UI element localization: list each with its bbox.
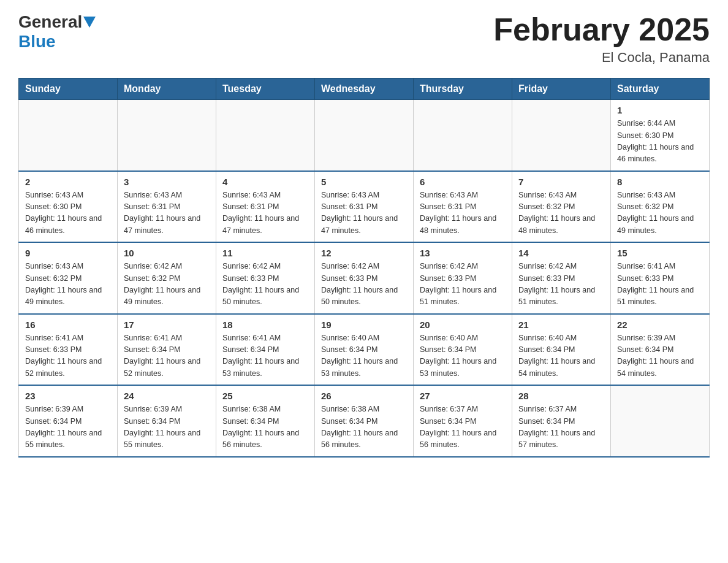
day-cell xyxy=(512,100,611,171)
day-cell: 11Sunrise: 6:42 AM Sunset: 6:33 PM Dayli… xyxy=(216,242,315,314)
page-header: General Blue February 2025 El Cocla, Pan… xyxy=(18,12,710,66)
day-info: Sunrise: 6:42 AM Sunset: 6:33 PM Dayligh… xyxy=(321,261,407,308)
header-cell-tuesday: Tuesday xyxy=(216,79,315,100)
day-cell: 4Sunrise: 6:43 AM Sunset: 6:31 PM Daylig… xyxy=(216,171,315,243)
day-cell: 7Sunrise: 6:43 AM Sunset: 6:32 PM Daylig… xyxy=(512,171,611,243)
logo-general-text: General xyxy=(18,12,82,32)
day-info: Sunrise: 6:40 AM Sunset: 6:34 PM Dayligh… xyxy=(321,332,407,380)
week-row: 23Sunrise: 6:39 AM Sunset: 6:34 PM Dayli… xyxy=(19,385,710,457)
day-cell: 6Sunrise: 6:43 AM Sunset: 6:31 PM Daylig… xyxy=(414,171,512,243)
day-cell: 9Sunrise: 6:43 AM Sunset: 6:32 PM Daylig… xyxy=(19,242,118,314)
header-cell-sunday: Sunday xyxy=(19,79,118,100)
day-number: 8 xyxy=(617,177,703,187)
day-info: Sunrise: 6:41 AM Sunset: 6:33 PM Dayligh… xyxy=(25,332,111,380)
week-row: 1Sunrise: 6:44 AM Sunset: 6:30 PM Daylig… xyxy=(19,100,710,171)
day-number: 9 xyxy=(25,248,111,258)
day-info: Sunrise: 6:42 AM Sunset: 6:33 PM Dayligh… xyxy=(420,261,506,308)
day-info: Sunrise: 6:37 AM Sunset: 6:34 PM Dayligh… xyxy=(420,404,506,451)
day-cell xyxy=(414,100,512,171)
day-cell: 16Sunrise: 6:41 AM Sunset: 6:33 PM Dayli… xyxy=(19,314,118,386)
day-number: 21 xyxy=(518,320,604,330)
day-cell: 25Sunrise: 6:38 AM Sunset: 6:34 PM Dayli… xyxy=(216,385,315,457)
week-row: 9Sunrise: 6:43 AM Sunset: 6:32 PM Daylig… xyxy=(19,242,710,314)
day-number: 11 xyxy=(222,248,308,258)
day-cell xyxy=(315,100,414,171)
week-row: 2Sunrise: 6:43 AM Sunset: 6:30 PM Daylig… xyxy=(19,171,710,243)
day-info: Sunrise: 6:43 AM Sunset: 6:32 PM Dayligh… xyxy=(25,261,111,308)
day-number: 19 xyxy=(321,320,407,330)
day-number: 4 xyxy=(222,177,308,187)
day-cell xyxy=(118,100,216,171)
day-number: 20 xyxy=(420,320,506,330)
day-cell: 8Sunrise: 6:43 AM Sunset: 6:32 PM Daylig… xyxy=(611,171,710,243)
day-number: 1 xyxy=(617,105,703,115)
day-number: 22 xyxy=(617,320,703,330)
day-cell: 20Sunrise: 6:40 AM Sunset: 6:34 PM Dayli… xyxy=(414,314,512,386)
day-info: Sunrise: 6:43 AM Sunset: 6:32 PM Dayligh… xyxy=(617,190,703,237)
header-cell-monday: Monday xyxy=(118,79,216,100)
day-info: Sunrise: 6:40 AM Sunset: 6:34 PM Dayligh… xyxy=(420,332,506,380)
day-cell xyxy=(19,100,118,171)
logo: General Blue xyxy=(18,12,97,52)
day-info: Sunrise: 6:39 AM Sunset: 6:34 PM Dayligh… xyxy=(617,332,703,380)
day-info: Sunrise: 6:41 AM Sunset: 6:34 PM Dayligh… xyxy=(222,332,308,380)
day-cell: 5Sunrise: 6:43 AM Sunset: 6:31 PM Daylig… xyxy=(315,171,414,243)
day-cell: 19Sunrise: 6:40 AM Sunset: 6:34 PM Dayli… xyxy=(315,314,414,386)
day-cell: 17Sunrise: 6:41 AM Sunset: 6:34 PM Dayli… xyxy=(118,314,216,386)
day-cell xyxy=(611,385,710,457)
day-info: Sunrise: 6:43 AM Sunset: 6:32 PM Dayligh… xyxy=(518,190,604,237)
day-cell: 26Sunrise: 6:38 AM Sunset: 6:34 PM Dayli… xyxy=(315,385,414,457)
day-number: 5 xyxy=(321,177,407,187)
day-number: 25 xyxy=(222,391,308,401)
day-number: 27 xyxy=(420,391,506,401)
day-number: 3 xyxy=(124,177,210,187)
month-title: February 2025 xyxy=(493,12,710,47)
day-info: Sunrise: 6:42 AM Sunset: 6:32 PM Dayligh… xyxy=(124,261,210,308)
day-cell: 21Sunrise: 6:40 AM Sunset: 6:34 PM Dayli… xyxy=(512,314,611,386)
week-row: 16Sunrise: 6:41 AM Sunset: 6:33 PM Dayli… xyxy=(19,314,710,386)
day-info: Sunrise: 6:41 AM Sunset: 6:34 PM Dayligh… xyxy=(124,332,210,380)
day-number: 15 xyxy=(617,248,703,258)
header-cell-wednesday: Wednesday xyxy=(315,79,414,100)
day-cell: 14Sunrise: 6:42 AM Sunset: 6:33 PM Dayli… xyxy=(512,242,611,314)
day-info: Sunrise: 6:39 AM Sunset: 6:34 PM Dayligh… xyxy=(124,404,210,451)
title-block: February 2025 El Cocla, Panama xyxy=(493,12,710,66)
calendar-header: SundayMondayTuesdayWednesdayThursdayFrid… xyxy=(19,79,710,100)
day-cell xyxy=(216,100,315,171)
day-info: Sunrise: 6:43 AM Sunset: 6:31 PM Dayligh… xyxy=(321,190,407,237)
calendar-body: 1Sunrise: 6:44 AM Sunset: 6:30 PM Daylig… xyxy=(19,100,710,457)
day-number: 12 xyxy=(321,248,407,258)
day-cell: 12Sunrise: 6:42 AM Sunset: 6:33 PM Dayli… xyxy=(315,242,414,314)
day-number: 2 xyxy=(25,177,111,187)
header-row: SundayMondayTuesdayWednesdayThursdayFrid… xyxy=(19,79,710,100)
day-info: Sunrise: 6:40 AM Sunset: 6:34 PM Dayligh… xyxy=(518,332,604,380)
day-number: 14 xyxy=(518,248,604,258)
day-info: Sunrise: 6:41 AM Sunset: 6:33 PM Dayligh… xyxy=(617,261,703,308)
day-cell: 3Sunrise: 6:43 AM Sunset: 6:31 PM Daylig… xyxy=(118,171,216,243)
day-info: Sunrise: 6:43 AM Sunset: 6:30 PM Dayligh… xyxy=(25,190,111,237)
day-number: 10 xyxy=(124,248,210,258)
day-cell: 28Sunrise: 6:37 AM Sunset: 6:34 PM Dayli… xyxy=(512,385,611,457)
day-cell: 13Sunrise: 6:42 AM Sunset: 6:33 PM Dayli… xyxy=(414,242,512,314)
day-cell: 27Sunrise: 6:37 AM Sunset: 6:34 PM Dayli… xyxy=(414,385,512,457)
day-number: 28 xyxy=(518,391,604,401)
day-info: Sunrise: 6:37 AM Sunset: 6:34 PM Dayligh… xyxy=(518,404,604,451)
day-info: Sunrise: 6:44 AM Sunset: 6:30 PM Dayligh… xyxy=(617,118,703,166)
day-number: 24 xyxy=(124,391,210,401)
day-number: 16 xyxy=(25,320,111,330)
day-number: 7 xyxy=(518,177,604,187)
day-number: 26 xyxy=(321,391,407,401)
logo-blue-text: Blue xyxy=(18,32,56,51)
day-info: Sunrise: 6:39 AM Sunset: 6:34 PM Dayligh… xyxy=(25,404,111,451)
day-info: Sunrise: 6:43 AM Sunset: 6:31 PM Dayligh… xyxy=(420,190,506,237)
day-cell: 1Sunrise: 6:44 AM Sunset: 6:30 PM Daylig… xyxy=(611,100,710,171)
day-cell: 22Sunrise: 6:39 AM Sunset: 6:34 PM Dayli… xyxy=(611,314,710,386)
location-text: El Cocla, Panama xyxy=(493,50,710,66)
day-info: Sunrise: 6:43 AM Sunset: 6:31 PM Dayligh… xyxy=(222,190,308,237)
day-number: 6 xyxy=(420,177,506,187)
day-cell: 15Sunrise: 6:41 AM Sunset: 6:33 PM Dayli… xyxy=(611,242,710,314)
day-number: 13 xyxy=(420,248,506,258)
day-info: Sunrise: 6:38 AM Sunset: 6:34 PM Dayligh… xyxy=(222,404,308,451)
day-cell: 23Sunrise: 6:39 AM Sunset: 6:34 PM Dayli… xyxy=(19,385,118,457)
day-info: Sunrise: 6:43 AM Sunset: 6:31 PM Dayligh… xyxy=(124,190,210,237)
